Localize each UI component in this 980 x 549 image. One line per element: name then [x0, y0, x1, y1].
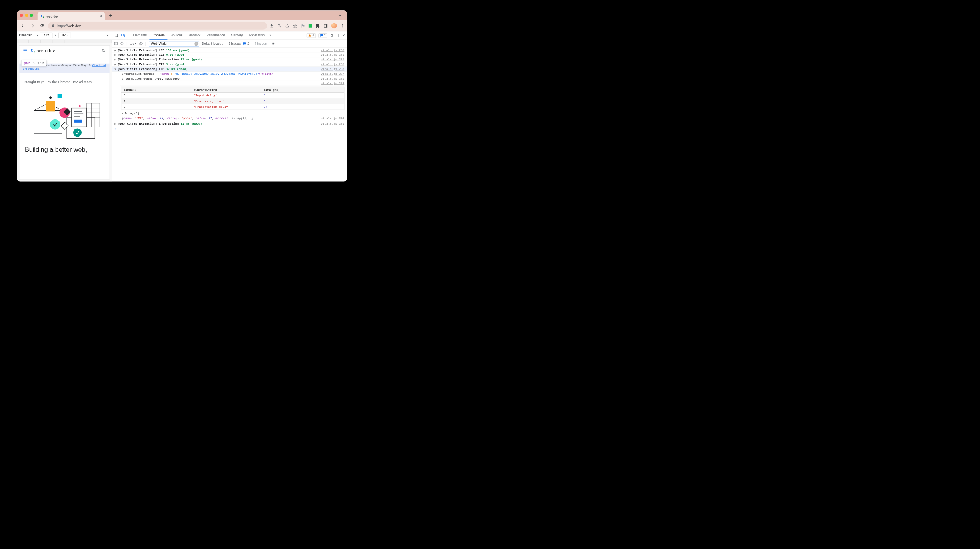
extension-indicator[interactable]: [309, 24, 312, 28]
source-link[interactable]: vitals.js:235: [321, 122, 345, 125]
zoom-icon[interactable]: [277, 24, 282, 28]
devtools-close-icon[interactable]: ×: [342, 33, 345, 38]
sidepanel-icon[interactable]: [323, 24, 328, 28]
devtools-tab-network[interactable]: Network: [185, 31, 203, 40]
devtools-tab-elements[interactable]: Elements: [130, 31, 150, 40]
device-toggle-icon[interactable]: [120, 33, 125, 38]
device-toolbar: Dimensio… × ⋮: [17, 31, 112, 40]
tooltip-element: path: [24, 61, 30, 65]
device-dimensions-select[interactable]: Dimensio…: [19, 34, 38, 37]
hamburger-icon[interactable]: [23, 48, 28, 54]
devtools-tabs: ElementsConsoleSourcesNetworkPerformance…: [112, 31, 347, 40]
devtools-tab-console[interactable]: Console: [150, 31, 168, 40]
extensions-icon[interactable]: [315, 24, 320, 28]
execution-context-select[interactable]: top: [130, 42, 137, 45]
svg-rect-10: [57, 94, 62, 98]
console-settings-icon[interactable]: [271, 42, 275, 45]
hero-caption: Brought to you by the Chrome DevRel team: [19, 73, 110, 87]
console-object[interactable]: {name: 'INP', value: 32, rating: 'good',…: [112, 116, 347, 121]
console-message[interactable]: ▶ [Web Vitals Extension] Interaction 32 …: [112, 57, 347, 62]
svg-point-36: [141, 43, 142, 44]
filter-input[interactable]: [149, 41, 199, 46]
flag-icon[interactable]: [301, 24, 305, 28]
live-expression-icon[interactable]: [139, 42, 143, 46]
url-bar[interactable]: https://web.dev: [48, 22, 267, 30]
svg-line-35: [121, 43, 123, 45]
console-message[interactable]: ▶ [Web Vitals Extension] FID 5 ms (good)…: [112, 62, 347, 67]
console-message[interactable]: ▶ [Web Vitals Extension] CLS 0.00 (good)…: [112, 52, 347, 57]
browser-tab[interactable]: web.dev ×: [38, 12, 105, 20]
profile-avatar[interactable]: [331, 23, 337, 29]
reload-button[interactable]: [38, 22, 46, 30]
source-link[interactable]: vitals.js:235: [321, 48, 345, 52]
svg-point-6: [34, 51, 35, 52]
tooltip-size: 18 × 12: [33, 61, 44, 65]
svg-point-29: [79, 105, 81, 107]
search-icon[interactable]: [102, 48, 106, 53]
share-icon[interactable]: [285, 24, 289, 28]
warnings-pill[interactable]: 4: [307, 33, 316, 38]
emulated-viewport: web.dev path 18 × 12 The Chrome team is …: [17, 43, 112, 181]
console-output: ▶ [Web Vitals Extension] LCP 158 ms (goo…: [112, 48, 347, 181]
source-link[interactable]: vitals.js:235: [321, 53, 345, 57]
devtools-tab-application[interactable]: Application: [246, 31, 268, 40]
device-width-input[interactable]: [40, 33, 52, 38]
svg-rect-2: [326, 24, 327, 27]
console-message[interactable]: ▶ [Web Vitals Extension] LCP 158 ms (goo…: [112, 48, 347, 52]
overflow-menu-icon[interactable]: [340, 24, 344, 28]
log-levels-select[interactable]: Default levels: [202, 42, 223, 45]
messages-pill[interactable]: 2: [318, 33, 327, 38]
devtools-panel: ElementsConsoleSourcesNetworkPerformance…: [112, 31, 347, 181]
new-tab-button[interactable]: +: [107, 13, 114, 18]
url-host: web.dev: [68, 24, 81, 28]
element-tooltip: path 18 × 12: [21, 60, 46, 66]
more-tabs-icon[interactable]: »: [268, 34, 273, 37]
lock-icon: [52, 24, 55, 27]
favicon-icon: [40, 14, 44, 18]
devtools-tab-performance[interactable]: Performance: [203, 31, 228, 40]
svg-point-5: [342, 26, 343, 27]
svg-point-4: [342, 26, 343, 26]
window-maximize[interactable]: [30, 14, 33, 17]
console-message[interactable]: ▶ [Web Vitals Extension] Interaction 32 …: [112, 121, 347, 126]
hero-title: Building a better web,: [19, 144, 110, 155]
issues-indicator[interactable]: 2 Issues: 2: [226, 42, 249, 45]
forward-button[interactable]: [29, 22, 36, 30]
ruler: [17, 40, 112, 43]
source-link[interactable]: vitals.js:235: [321, 62, 345, 66]
svg-rect-15: [72, 108, 87, 127]
devtools-tab-memory[interactable]: Memory: [228, 31, 245, 40]
window-controls: [20, 14, 33, 17]
source-link[interactable]: vitals.js:235: [321, 67, 345, 71]
table-row: 0'Input delay'5: [121, 93, 344, 98]
devtools-more-icon[interactable]: ⋮: [337, 34, 340, 37]
gear-icon[interactable]: [330, 33, 334, 37]
clear-filter-icon[interactable]: ×: [194, 42, 198, 46]
inspect-icon[interactable]: [114, 33, 119, 38]
console-filter-bar: | top | × Default levels 2 Issues: 2 4 h…: [112, 40, 347, 48]
svg-rect-19: [74, 120, 82, 123]
svg-point-3: [342, 24, 343, 25]
table-row: 2'Presentation delay'27: [121, 104, 344, 110]
brand-logo[interactable]: web.dev: [30, 48, 55, 54]
window-minimize[interactable]: [25, 14, 28, 17]
brand-text: web.dev: [37, 48, 55, 54]
console-sidebar-toggle-icon[interactable]: [114, 42, 118, 45]
tabs-dropdown-icon[interactable]: [336, 14, 344, 17]
console-message[interactable]: ▼ [Web Vitals Extension] INP 32 ms (good…: [112, 67, 347, 72]
hero-illustration: [19, 86, 110, 144]
device-more-icon[interactable]: ⋮: [105, 33, 110, 38]
tab-title: web.dev: [46, 14, 98, 18]
array-summary[interactable]: Array(3): [112, 111, 347, 116]
close-icon[interactable]: ×: [100, 14, 102, 18]
tab-strip: web.dev × +: [17, 10, 347, 20]
window-close[interactable]: [20, 14, 23, 17]
download-icon[interactable]: [269, 24, 274, 28]
bookmark-icon[interactable]: [293, 24, 297, 28]
clear-console-icon[interactable]: [120, 42, 124, 45]
back-button[interactable]: [20, 22, 27, 30]
devtools-tab-sources[interactable]: Sources: [167, 31, 185, 40]
source-link[interactable]: vitals.js:235: [321, 58, 345, 61]
device-height-input[interactable]: [58, 33, 71, 38]
console-prompt[interactable]: [112, 126, 347, 132]
